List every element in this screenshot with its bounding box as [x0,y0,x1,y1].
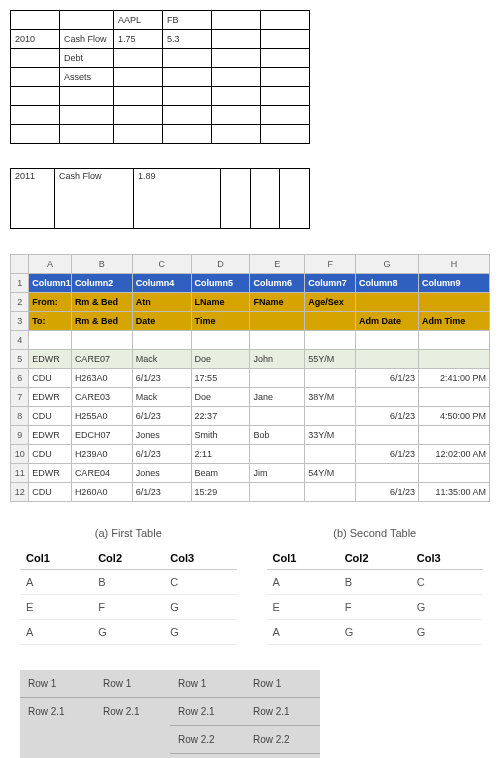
col-e[interactable]: E [250,254,305,273]
cell-9-G[interactable] [356,425,419,444]
hdr-col9[interactable]: Column9 [418,273,489,292]
from-g[interactable] [356,292,419,311]
cell-11-D[interactable]: Beam [191,463,250,482]
col-b[interactable]: B [71,254,132,273]
cell-8-B[interactable]: H255A0 [71,406,132,425]
cell-10-F[interactable] [305,444,356,463]
hdr-col1[interactable]: Column1 [29,273,72,292]
cell-10-H[interactable]: 12:02:00 AM [418,444,489,463]
col-g[interactable]: G [356,254,419,273]
col-h[interactable]: H [418,254,489,273]
cell-10-A[interactable]: CDU [29,444,72,463]
from-lname[interactable]: LName [191,292,250,311]
cell-7-F[interactable]: 38Y/M [305,387,356,406]
cell-4d[interactable] [191,330,250,349]
cell-11-A[interactable]: EDWR [29,463,72,482]
col-a[interactable]: A [29,254,72,273]
hdr-col6[interactable]: Column6 [250,273,305,292]
to-admdate[interactable]: Adm Date [356,311,419,330]
to-rm[interactable]: Rm & Bed [71,311,132,330]
to-date[interactable]: Date [132,311,191,330]
cell-12-F[interactable] [305,482,356,501]
from-h[interactable] [418,292,489,311]
cell-5-B[interactable]: CARE07 [71,349,132,368]
cell-6-H[interactable]: 2:41:00 PM [418,368,489,387]
row-11-gutter[interactable]: 11 [11,463,29,482]
cell-9-D[interactable]: Smith [191,425,250,444]
cell-7-E[interactable]: Jane [250,387,305,406]
cell-12-B[interactable]: H260A0 [71,482,132,501]
row-6-gutter[interactable]: 6 [11,368,29,387]
row-9-gutter[interactable]: 9 [11,425,29,444]
col-f[interactable]: F [305,254,356,273]
to-e[interactable] [250,311,305,330]
cell-4c[interactable] [132,330,191,349]
cell-8-F[interactable] [305,406,356,425]
row-4-gutter[interactable]: 4 [11,330,29,349]
from-fname[interactable]: FName [250,292,305,311]
cell-9-E[interactable]: Bob [250,425,305,444]
row-1-gutter[interactable]: 1 [11,273,29,292]
hdr-col2[interactable]: Column2 [71,273,132,292]
cell-4a[interactable] [29,330,72,349]
cell-7-B[interactable]: CARE03 [71,387,132,406]
cell-4e[interactable] [250,330,305,349]
cell-9-A[interactable]: EDWR [29,425,72,444]
from-atn[interactable]: Atn [132,292,191,311]
row-10-gutter[interactable]: 10 [11,444,29,463]
cell-9-F[interactable]: 33Y/M [305,425,356,444]
row-7-gutter[interactable]: 7 [11,387,29,406]
cell-10-B[interactable]: H239A0 [71,444,132,463]
cell-9-C[interactable]: Jones [132,425,191,444]
cell-6-F[interactable] [305,368,356,387]
cell-7-D[interactable]: Doe [191,387,250,406]
hdr-col7[interactable]: Column7 [305,273,356,292]
cell-6-A[interactable]: CDU [29,368,72,387]
to-label[interactable]: To: [29,311,72,330]
cell-8-H[interactable]: 4:50:00 PM [418,406,489,425]
from-label[interactable]: From: [29,292,72,311]
row-3-gutter[interactable]: 3 [11,311,29,330]
cell-10-E[interactable] [250,444,305,463]
from-rm[interactable]: Rm & Bed [71,292,132,311]
cell-8-G[interactable]: 6/1/23 [356,406,419,425]
cell-10-G[interactable]: 6/1/23 [356,444,419,463]
cell-9-H[interactable] [418,425,489,444]
col-c[interactable]: C [132,254,191,273]
cell-11-C[interactable]: Jones [132,463,191,482]
cell-10-D[interactable]: 2:11 [191,444,250,463]
cell-11-B[interactable]: CARE04 [71,463,132,482]
sheet-corner[interactable] [11,254,29,273]
hdr-col8[interactable]: Column8 [356,273,419,292]
cell-11-F[interactable]: 54Y/M [305,463,356,482]
cell-7-H[interactable] [418,387,489,406]
col-d[interactable]: D [191,254,250,273]
cell-11-H[interactable] [418,463,489,482]
cell-8-D[interactable]: 22:37 [191,406,250,425]
cell-12-H[interactable]: 11:35:00 AM [418,482,489,501]
cell-6-E[interactable] [250,368,305,387]
cell-5-G[interactable] [356,349,419,368]
cell-5-D[interactable]: Doe [191,349,250,368]
cell-8-C[interactable]: 6/1/23 [132,406,191,425]
cell-6-C[interactable]: 6/1/23 [132,368,191,387]
cell-12-C[interactable]: 6/1/23 [132,482,191,501]
row-2-gutter[interactable]: 2 [11,292,29,311]
cell-5-A[interactable]: EDWR [29,349,72,368]
cell-4g[interactable] [356,330,419,349]
cell-10-C[interactable]: 6/1/23 [132,444,191,463]
cell-5-E[interactable]: John [250,349,305,368]
cell-9-B[interactable]: EDCH07 [71,425,132,444]
cell-11-G[interactable] [356,463,419,482]
cell-7-C[interactable]: Mack [132,387,191,406]
from-agesex[interactable]: Age/Sex [305,292,356,311]
cell-4f[interactable] [305,330,356,349]
cell-5-C[interactable]: Mack [132,349,191,368]
cell-12-D[interactable]: 15:29 [191,482,250,501]
cell-5-H[interactable] [418,349,489,368]
cell-6-G[interactable]: 6/1/23 [356,368,419,387]
cell-12-A[interactable]: CDU [29,482,72,501]
cell-4h[interactable] [418,330,489,349]
to-f[interactable] [305,311,356,330]
cell-7-G[interactable] [356,387,419,406]
